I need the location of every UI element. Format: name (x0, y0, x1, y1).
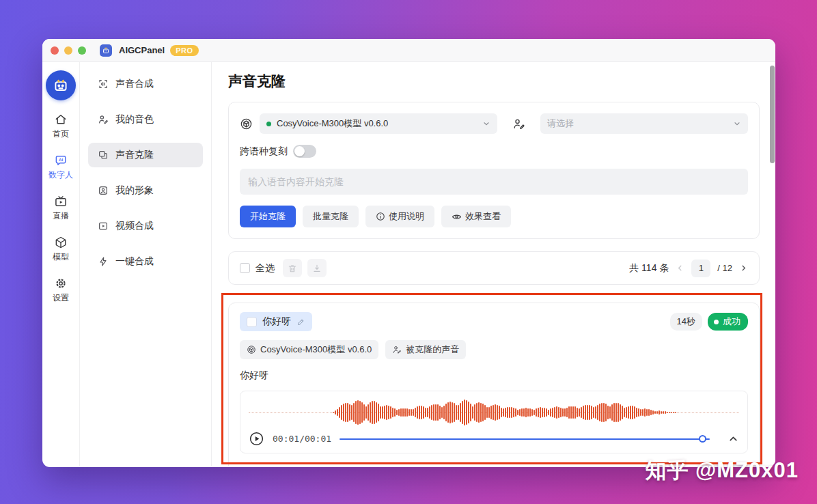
rail-item-label: 数字人 (49, 169, 73, 181)
chevron-down-icon (733, 120, 741, 128)
waveform-bar (556, 406, 557, 418)
waveform-bar (546, 408, 547, 416)
waveform-bar (439, 406, 441, 420)
waveform-bar (386, 405, 387, 419)
model-status-dot (266, 122, 271, 126)
rail-item-label: 设置 (53, 292, 69, 304)
rail-item-settings[interactable]: 设置 (53, 277, 69, 304)
waveform-bar (622, 406, 623, 419)
result-checkbox[interactable] (247, 317, 257, 327)
waveform-bar (585, 405, 586, 420)
waveform-bar (646, 409, 648, 417)
waveform-bar (480, 403, 482, 422)
model-tag-label: CosyVoice-M300模型 v0.6.0 (260, 344, 372, 356)
waveform-bar (380, 406, 381, 419)
waveform-bar (603, 403, 605, 422)
waveform-bar (568, 406, 570, 418)
prev-page-button[interactable] (676, 264, 684, 272)
waveform-bar (345, 403, 346, 422)
usage-help-label: 使用说明 (389, 210, 424, 223)
waveform-bar (497, 405, 498, 420)
rail-item-models[interactable]: 模型 (53, 236, 69, 263)
model-select[interactable]: CosyVoice-M300模型 v0.6.0 (260, 113, 497, 134)
waveform-bar (595, 406, 596, 418)
waveform-bar (429, 406, 430, 418)
select-all-checkbox[interactable] (240, 263, 250, 273)
play-button[interactable] (249, 431, 264, 447)
batch-clone-button[interactable]: 批量克隆 (303, 206, 359, 227)
sidebar-item-my-avatar[interactable]: 我的形象 (88, 178, 203, 203)
status-dot (714, 320, 719, 324)
waveform-bar (634, 406, 635, 419)
waveform-bar (632, 406, 633, 419)
rail-item-home[interactable]: 首页 (53, 113, 69, 140)
waveform-bar (529, 408, 531, 416)
waveform-bar (445, 404, 447, 421)
bulk-delete-button[interactable] (283, 259, 302, 277)
cross-language-toggle[interactable] (293, 145, 316, 158)
waveform-bar (607, 406, 609, 420)
close-window-button[interactable] (51, 46, 59, 55)
waveform-bar (372, 401, 373, 423)
maximize-window-button[interactable] (78, 46, 86, 55)
waveform-bar (642, 409, 643, 417)
waveform-bar (376, 402, 377, 423)
bulk-download-button[interactable] (307, 259, 327, 277)
waveform-bar (675, 412, 676, 413)
sidebar-item-one-click-synthesis[interactable]: 一键合成 (88, 249, 203, 274)
minimize-window-button[interactable] (64, 46, 72, 55)
waveform-bar (458, 405, 459, 420)
waveform-bar (538, 408, 539, 417)
edit-title-icon[interactable] (296, 318, 305, 326)
waveform-bar (402, 408, 404, 417)
chevron-up-icon[interactable] (728, 433, 739, 445)
eye-icon (452, 212, 462, 222)
waveform-bar (454, 403, 455, 422)
waveform-bar (443, 406, 445, 419)
playback-time: 00:01/00:01 (273, 434, 331, 444)
waveform-bar (433, 404, 434, 421)
window-scrollbar[interactable] (770, 66, 775, 163)
sidebar-item-my-voices[interactable]: 我的音色 (88, 107, 203, 132)
waveform-bar (413, 409, 414, 417)
waveform-bar (574, 406, 576, 418)
rail-item-digital-human[interactable]: AI 数字人 (49, 154, 73, 181)
waveform-bar (343, 404, 344, 421)
current-page-indicator[interactable]: 1 (691, 260, 710, 277)
seek-bar[interactable] (340, 434, 719, 444)
seek-bar-knob[interactable] (699, 435, 706, 443)
waveform-bar (534, 410, 535, 416)
waveform-bar (544, 408, 545, 417)
waveform-bar (613, 403, 615, 421)
usage-help-button[interactable]: 使用说明 (365, 206, 434, 227)
sidebar-item-voice-clone[interactable]: 声音克隆 (88, 143, 203, 167)
waveform-bar (384, 406, 385, 419)
preview-results-button[interactable]: 效果查看 (441, 206, 511, 227)
waveform-bar (341, 405, 342, 420)
waveform-bar (638, 408, 639, 416)
waveform-bar (353, 403, 355, 422)
waveform-bar (460, 403, 461, 423)
waveform-bar (650, 410, 652, 415)
model-tag: CosyVoice-M300模型 v0.6.0 (240, 340, 378, 359)
rail-item-label: 首页 (53, 128, 69, 140)
next-page-button[interactable] (739, 264, 748, 272)
waveform-bar (363, 404, 365, 421)
window-titlebar: AIGCPanel PRO (42, 39, 775, 62)
rail-item-live[interactable]: 直播 (53, 195, 69, 222)
waveform-bar (601, 403, 603, 423)
start-clone-button[interactable]: 开始克隆 (240, 206, 296, 227)
waveform-bar (624, 408, 625, 418)
sidebar-item-voice-synthesis[interactable]: 声音合成 (88, 72, 203, 96)
waveform-bar (665, 411, 666, 414)
sidebar-item-video-synthesis[interactable]: 视频合成 (88, 214, 203, 238)
waveform-bar (427, 408, 428, 417)
waveform-bar (437, 404, 439, 421)
sidebar-item-label: 我的音色 (115, 113, 154, 126)
waveform-bar (671, 412, 672, 413)
waveform-bar (474, 404, 475, 421)
waveform-bar (589, 405, 590, 420)
audio-waveform[interactable] (249, 397, 739, 428)
clone-text-input[interactable] (240, 169, 748, 195)
voice-select[interactable]: 请选择 (540, 113, 748, 134)
